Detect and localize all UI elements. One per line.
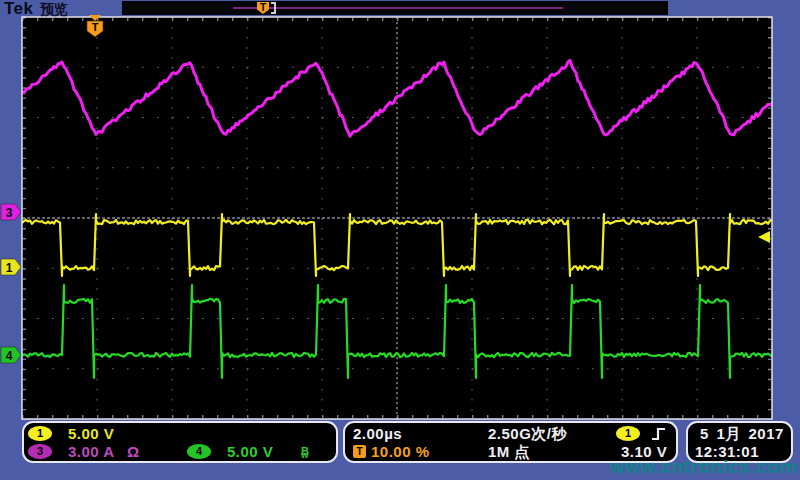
svg-text:T: T	[92, 21, 99, 33]
tek-logo: Tek	[4, 0, 34, 19]
trigger-position-icon: T	[353, 445, 366, 458]
bw-letter: B	[301, 445, 309, 457]
date-readout: 5 1月 2017	[700, 425, 784, 444]
ch4-badge[interactable]: 4	[187, 444, 211, 459]
ch1-reference-marker[interactable]: 1	[1, 259, 21, 275]
ch4-reference-marker[interactable]: 4	[1, 347, 21, 363]
record-view-trigger-icon[interactable]: T	[257, 2, 269, 14]
record-view-window-bracket	[271, 2, 276, 14]
svg-text:3: 3	[6, 206, 13, 220]
watermark-text: www.cntronics.com	[610, 456, 797, 478]
trigger-position-readout: 10.00 %	[371, 443, 430, 460]
record-view-bar[interactable]: T	[122, 1, 668, 15]
timebase-readout: 2.00µs	[353, 425, 402, 442]
ch1-scale-readout: 5.00 V	[68, 425, 114, 442]
scope-graticule-area: 314T	[0, 0, 800, 480]
ch3-scale-readout: 3.00 A	[68, 443, 115, 460]
rising-edge-slope-icon	[650, 426, 668, 442]
ch4-scale-readout: 5.00 V	[227, 443, 273, 460]
ch3-impedance-symbol: Ω	[127, 443, 140, 460]
vertical-readout-box[interactable]: 1 5.00 V 3 3.00 A Ω 4 5.00 V BW	[22, 421, 338, 463]
svg-text:1: 1	[6, 261, 13, 275]
ch3-badge[interactable]: 3	[28, 444, 52, 459]
ch3-reference-marker[interactable]: 3	[1, 204, 21, 220]
sample-rate-readout: 2.50G次/秒	[488, 425, 567, 444]
trigger-source-badge[interactable]: 1	[616, 426, 640, 441]
acquisition-mode-label: 预览	[40, 1, 68, 19]
record-view-waveform-line	[233, 7, 563, 9]
ch4-bandwidth-limit-indicator: BW	[301, 445, 309, 460]
svg-text:4: 4	[6, 349, 13, 363]
record-length-readout: 1M 点	[488, 443, 530, 462]
ch1-badge[interactable]: 1	[28, 426, 52, 441]
